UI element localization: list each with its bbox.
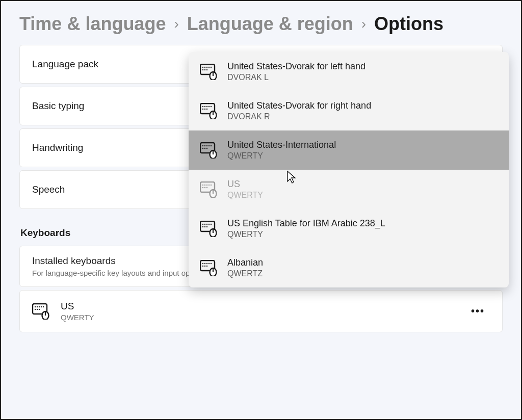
option-layout: QWERTY — [227, 151, 498, 161]
keyboard-option[interactable]: United States-InternationalQWERTY — [189, 130, 509, 170]
breadcrumb: Time & language › Language & region › Op… — [19, 13, 503, 35]
chevron-right-icon: › — [361, 16, 366, 32]
chevron-right-icon: › — [174, 16, 178, 32]
option-layout: DVORAK L — [227, 73, 498, 82]
keyboard-option[interactable]: US English Table for IBM Arabic 238_LQWE… — [189, 209, 509, 248]
more-options-button[interactable]: ••• — [466, 302, 490, 320]
option-layout: QWERTY — [227, 230, 498, 239]
keyboard-option[interactable]: AlbanianQWERTZ — [189, 248, 509, 287]
option-layout: DVORAK R — [227, 112, 498, 121]
keyboard-option[interactable]: United States-Dvorak for right handDVORA… — [189, 91, 509, 130]
keyboard-name: US — [61, 301, 456, 312]
keyboard-layout: QWERTY — [61, 313, 456, 322]
keyboard-icon — [200, 181, 218, 198]
option-layout: QWERTZ — [227, 269, 498, 278]
keyboard-icon — [200, 221, 218, 237]
keyboard-option[interactable]: United States-Dvorak for left handDVORAK… — [189, 52, 509, 91]
breadcrumb-language-region[interactable]: Language & region — [187, 13, 353, 35]
option-name: United States-Dvorak for left hand — [227, 61, 498, 72]
keyboard-icon — [200, 142, 218, 159]
keyboard-icon — [200, 103, 218, 119]
option-name: United States-Dvorak for right hand — [227, 100, 498, 111]
keyboard-dropdown: United States-Dvorak for left handDVORAK… — [189, 52, 509, 287]
breadcrumb-time-language[interactable]: Time & language — [19, 13, 166, 35]
option-layout: QWERTY — [227, 191, 498, 200]
option-name: US English Table for IBM Arabic 238_L — [227, 218, 498, 229]
keyboard-option: USQWERTY — [189, 170, 509, 209]
option-name: United States-International — [227, 140, 498, 150]
keyboard-icon — [200, 260, 218, 276]
breadcrumb-options: Options — [374, 13, 443, 35]
option-name: US — [227, 179, 498, 190]
keyboard-icon — [200, 64, 218, 80]
keyboard-icon — [32, 303, 50, 320]
keyboard-item-us[interactable]: US QWERTY ••• — [19, 290, 503, 332]
option-name: Albanian — [227, 257, 498, 268]
